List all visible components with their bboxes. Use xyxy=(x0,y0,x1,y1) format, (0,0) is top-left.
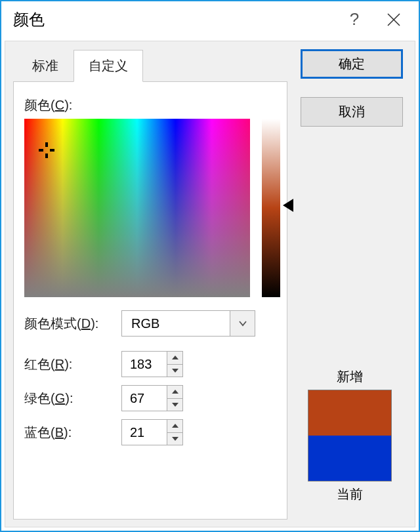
triangle-up-icon xyxy=(172,424,178,428)
tab-custom[interactable]: 自定义 xyxy=(74,50,143,82)
row-red: 红色(R): xyxy=(24,351,183,377)
custom-panel: 颜色(C): 颜色模式(D): xyxy=(13,81,287,520)
mode-label: 颜色模式(D): xyxy=(24,315,121,333)
hue-saturation-picker[interactable] xyxy=(24,119,250,297)
tab-strip: 标准 自定义 xyxy=(17,51,143,82)
help-button[interactable]: ? xyxy=(335,3,374,36)
red-label: 红色(R): xyxy=(24,356,121,373)
dropdown-button[interactable] xyxy=(230,311,255,336)
svg-marker-4 xyxy=(172,390,178,394)
color-preview: 新增 当前 xyxy=(302,364,398,507)
svg-marker-6 xyxy=(172,424,178,428)
dialog-title: 颜色 xyxy=(13,9,45,30)
blue-spinner xyxy=(121,419,183,445)
green-spinner xyxy=(121,385,183,411)
red-spin-up[interactable] xyxy=(167,352,182,365)
svg-marker-7 xyxy=(172,437,178,441)
luminance-arrow-icon xyxy=(283,199,293,212)
color-dialog: 颜色 ? 标准 自定义 确定 取消 颜色(C): xyxy=(0,0,420,532)
close-icon xyxy=(387,12,401,27)
blue-label: 蓝色(B): xyxy=(24,424,121,441)
swatch-current xyxy=(308,436,391,481)
green-input[interactable] xyxy=(122,386,167,411)
ok-button[interactable]: 确定 xyxy=(301,49,403,79)
right-buttons: 确定 取消 xyxy=(295,49,408,145)
current-label: 当前 xyxy=(302,485,398,503)
blue-spin-down[interactable] xyxy=(167,433,182,445)
triangle-down-icon xyxy=(172,403,178,407)
titlebar: 颜色 ? xyxy=(1,1,419,37)
svg-marker-3 xyxy=(172,369,178,373)
triangle-up-icon xyxy=(172,390,178,394)
color-mode-select[interactable]: RGB xyxy=(121,310,255,337)
colors-label: 颜色(C): xyxy=(24,96,72,114)
red-input[interactable] xyxy=(122,352,167,377)
color-picker-area xyxy=(24,119,283,297)
new-label: 新增 xyxy=(302,368,398,386)
close-button[interactable] xyxy=(374,3,413,36)
triangle-down-icon xyxy=(172,369,178,373)
green-spin-down[interactable] xyxy=(167,399,182,411)
svg-marker-2 xyxy=(172,356,178,359)
triangle-up-icon xyxy=(172,356,178,359)
chevron-down-icon xyxy=(238,320,247,327)
color-mode-value: RGB xyxy=(122,316,230,331)
swatch-new xyxy=(308,390,391,436)
row-blue: 蓝色(B): xyxy=(24,419,183,445)
swatch xyxy=(308,390,392,481)
svg-marker-5 xyxy=(172,403,178,407)
green-spin-up[interactable] xyxy=(167,386,182,399)
row-color-mode: 颜色模式(D): RGB xyxy=(24,310,255,337)
triangle-down-icon xyxy=(172,437,178,441)
blue-input[interactable] xyxy=(122,420,167,445)
red-spinner xyxy=(121,351,183,377)
red-spin-down[interactable] xyxy=(167,365,182,377)
green-label: 绿色(G): xyxy=(24,390,121,407)
row-green: 绿色(G): xyxy=(24,385,183,411)
blue-spin-up[interactable] xyxy=(167,420,182,433)
luminance-slider[interactable] xyxy=(262,119,280,297)
cancel-button[interactable]: 取消 xyxy=(301,97,403,127)
tab-standard[interactable]: 标准 xyxy=(17,50,74,82)
dialog-body: 标准 自定义 确定 取消 颜色(C): xyxy=(5,41,415,527)
